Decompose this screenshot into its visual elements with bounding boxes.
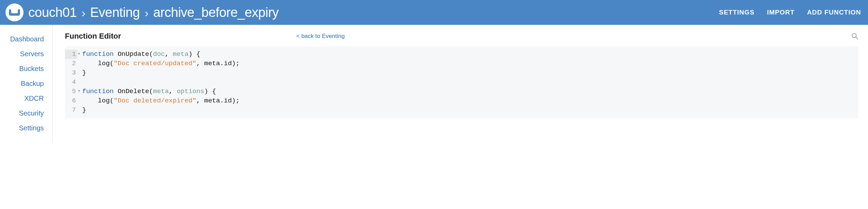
code-line[interactable]: 4 bbox=[65, 78, 858, 87]
code-content[interactable]: log("Doc deleted/expired", meta.id); bbox=[82, 96, 240, 106]
code-line[interactable]: 5▼function OnDelete(meta, options) { bbox=[65, 87, 858, 96]
breadcrumb-current: archive_before_expiry bbox=[153, 5, 279, 20]
sidebar: Dashboard Servers Buckets Backup XDCR Se… bbox=[0, 25, 52, 142]
sidebar-item-security[interactable]: Security bbox=[0, 106, 44, 121]
line-number: 2 bbox=[65, 59, 77, 69]
code-content[interactable]: } bbox=[82, 68, 86, 78]
line-number: 7 bbox=[65, 106, 77, 115]
breadcrumb-section[interactable]: Eventing bbox=[90, 5, 140, 20]
sidebar-item-servers[interactable]: Servers bbox=[0, 47, 44, 61]
sidebar-item-xdcr[interactable]: XDCR bbox=[0, 91, 44, 106]
sidebar-item-backup[interactable]: Backup bbox=[0, 76, 44, 91]
code-content[interactable]: log("Doc created/updated", meta.id); bbox=[82, 59, 240, 69]
svg-point-0 bbox=[852, 33, 856, 38]
breadcrumb: couch01 › Eventing › archive_before_expi… bbox=[28, 5, 279, 20]
couchbase-icon bbox=[9, 9, 20, 16]
code-line[interactable]: 2 log("Doc created/updated", meta.id); bbox=[65, 59, 858, 68]
fold-toggle-icon[interactable]: ▼ bbox=[77, 52, 82, 57]
add-function-button[interactable]: ADD FUNCTION bbox=[807, 9, 861, 16]
main-content: Function Editor < back to Eventing 1▼fun… bbox=[52, 25, 868, 142]
breadcrumb-node[interactable]: couch01 bbox=[28, 5, 77, 20]
chevron-right-icon: › bbox=[81, 6, 85, 20]
code-content[interactable]: function OnUpdate(doc, meta) { bbox=[82, 50, 200, 59]
header-actions: SETTINGS IMPORT ADD FUNCTION bbox=[719, 9, 861, 16]
code-content[interactable]: } bbox=[82, 106, 86, 115]
line-number: 4 bbox=[65, 78, 77, 87]
code-line[interactable]: 1▼function OnUpdate(doc, meta) { bbox=[65, 50, 858, 59]
code-line[interactable]: 7} bbox=[65, 106, 858, 115]
import-button[interactable]: IMPORT bbox=[767, 9, 795, 16]
sidebar-item-settings[interactable]: Settings bbox=[0, 121, 44, 136]
code-content[interactable]: function OnDelete(meta, options) { bbox=[82, 87, 216, 97]
line-number: 1 bbox=[65, 50, 77, 59]
code-line[interactable]: 6 log("Doc deleted/expired", meta.id); bbox=[65, 96, 858, 106]
chevron-right-icon: › bbox=[145, 6, 148, 20]
page-title: Function Editor bbox=[65, 32, 296, 41]
settings-button[interactable]: SETTINGS bbox=[719, 9, 754, 16]
code-editor[interactable]: 1▼function OnUpdate(doc, meta) {2 log("D… bbox=[65, 46, 858, 118]
line-number: 3 bbox=[65, 68, 77, 78]
fold-toggle-icon[interactable]: ▼ bbox=[77, 89, 82, 94]
couchbase-logo[interactable] bbox=[6, 3, 23, 21]
top-bar: couch01 › Eventing › archive_before_expi… bbox=[0, 0, 868, 25]
back-to-eventing-link[interactable]: < back to Eventing bbox=[296, 33, 345, 40]
code-line[interactable]: 3} bbox=[65, 68, 858, 78]
sidebar-item-dashboard[interactable]: Dashboard bbox=[0, 32, 44, 47]
line-number: 6 bbox=[65, 96, 77, 106]
svg-line-1 bbox=[856, 37, 858, 39]
line-number: 5 bbox=[65, 87, 77, 97]
search-icon[interactable] bbox=[851, 33, 858, 40]
sidebar-item-buckets[interactable]: Buckets bbox=[0, 61, 44, 76]
